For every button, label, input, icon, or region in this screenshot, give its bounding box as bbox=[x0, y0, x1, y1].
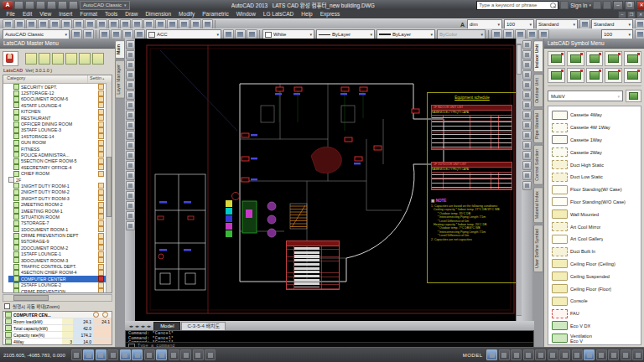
setting-run-icon[interactable] bbox=[98, 264, 104, 270]
tree-item[interactable]: 6DOCUMENT ROOM-6 bbox=[8, 96, 112, 102]
setting-run-icon[interactable] bbox=[98, 84, 104, 90]
master-home-icon[interactable] bbox=[39, 53, 50, 65]
setting-run-icon[interactable] bbox=[98, 183, 104, 189]
category-hscrollbar[interactable] bbox=[3, 294, 112, 302]
tree-item[interactable]: GUN ROOM bbox=[8, 140, 112, 146]
ellipse-icon[interactable] bbox=[126, 131, 135, 140]
zoom-button[interactable] bbox=[535, 349, 546, 360]
restore-button[interactable]: ❐ bbox=[625, 1, 635, 10]
explode-icon[interactable] bbox=[522, 181, 532, 190]
heating-radio-icon[interactable] bbox=[102, 312, 108, 318]
setting-run-icon[interactable] bbox=[98, 214, 104, 220]
setting-run-icon[interactable] bbox=[98, 189, 104, 195]
setting-run-icon[interactable] bbox=[98, 102, 104, 108]
search-room-icon[interactable] bbox=[65, 53, 77, 65]
setting-run-icon[interactable] bbox=[98, 158, 104, 164]
tree-item[interactable]: RESTAURANT bbox=[8, 115, 112, 121]
sign-in-caret-icon[interactable]: ▾ bbox=[589, 3, 592, 8]
spline-icon[interactable] bbox=[126, 121, 135, 130]
setting-run-icon[interactable] bbox=[98, 288, 104, 292]
drawing-vscrollbar[interactable] bbox=[516, 39, 522, 321]
symbol-item[interactable]: Ceiling Floor (Ceiling) bbox=[548, 258, 641, 271]
rotate-symbol-icon[interactable] bbox=[624, 51, 641, 66]
menu-item[interactable]: Tools bbox=[101, 10, 122, 18]
setting-run-icon[interactable] bbox=[98, 245, 104, 251]
polar-toggle[interactable] bbox=[120, 349, 131, 360]
osnap-toggle[interactable] bbox=[132, 349, 143, 360]
table-icon[interactable] bbox=[126, 211, 135, 220]
setting-run-icon[interactable] bbox=[98, 171, 104, 177]
ducs-toggle[interactable] bbox=[169, 349, 179, 360]
erase-icon[interactable] bbox=[522, 40, 532, 49]
symbol-item[interactable]: Art Cool Gallery bbox=[548, 233, 641, 246]
symbol-panel-tab[interactable]: Material Index bbox=[533, 187, 543, 223]
qat-open-icon[interactable] bbox=[25, 1, 34, 9]
tree-item[interactable]: OFFICER DINING ROOM bbox=[8, 121, 112, 127]
menu-item[interactable]: Express bbox=[316, 10, 343, 18]
arc-icon[interactable] bbox=[126, 90, 135, 100]
clean-screen-button[interactable] bbox=[632, 349, 643, 360]
layout-button[interactable] bbox=[486, 349, 497, 360]
3dosnap-toggle[interactable] bbox=[144, 349, 155, 360]
setting-run-icon[interactable] bbox=[98, 208, 104, 214]
tree-item[interactable]: FITNESS bbox=[8, 146, 112, 152]
tree-item[interactable]: 2STAFF LOUNGE-2 bbox=[8, 282, 112, 288]
model-tab[interactable]: Model bbox=[153, 322, 180, 330]
doc-restore-icon[interactable]: ❐ bbox=[627, 11, 636, 18]
menu-item[interactable]: File bbox=[3, 10, 18, 18]
menu-item[interactable]: Modify bbox=[175, 10, 199, 18]
tree-item[interactable]: 4STAFF LOUNGE-4 bbox=[8, 102, 112, 108]
exchange-apps-icon[interactable] bbox=[560, 1, 569, 9]
symbol-info-icon[interactable] bbox=[605, 68, 622, 83]
setting-run-icon[interactable] bbox=[98, 276, 104, 282]
symbol-item[interactable]: Ceiling Suspended bbox=[548, 270, 641, 282]
tree-item[interactable]: 2MEETING ROOM-2 bbox=[8, 201, 112, 207]
hatch-icon[interactable] bbox=[126, 181, 135, 190]
stay-connected-icon[interactable] bbox=[593, 1, 601, 9]
dyn-toggle[interactable] bbox=[180, 349, 191, 360]
setting-run-icon[interactable] bbox=[98, 133, 104, 139]
stretch-icon[interactable] bbox=[522, 121, 532, 130]
place-symbol-icon[interactable] bbox=[548, 51, 565, 66]
point-icon[interactable] bbox=[126, 171, 135, 180]
symbol-item[interactable]: Floor Standing(W/O Case) bbox=[548, 196, 641, 209]
autoscale-button[interactable] bbox=[596, 349, 607, 360]
polygon-icon[interactable] bbox=[126, 70, 135, 80]
menu-item[interactable]: Window bbox=[232, 10, 259, 18]
first-layout-icon[interactable]: ◂▸ bbox=[129, 323, 133, 328]
pan-button[interactable] bbox=[523, 349, 534, 360]
settings-icon[interactable] bbox=[92, 53, 104, 65]
layout-tab[interactable]: C-3-5-4 배치도 bbox=[181, 322, 226, 330]
symbol-item[interactable]: Cassette 2Way bbox=[548, 146, 641, 158]
tree-item[interactable]: 12STORAGE-12 bbox=[8, 90, 112, 96]
trim-icon[interactable] bbox=[522, 131, 532, 140]
setting-run-icon[interactable] bbox=[98, 140, 104, 146]
ellipse-arc-icon[interactable] bbox=[126, 141, 135, 150]
search-icon[interactable] bbox=[550, 3, 556, 8]
qat-redo-icon[interactable] bbox=[58, 1, 67, 9]
setting-run-icon[interactable] bbox=[98, 226, 104, 232]
move-symbol-icon[interactable] bbox=[567, 68, 584, 83]
tree-item[interactable]: CRIME PREVENTION... bbox=[8, 288, 112, 292]
copy-symbol-icon[interactable] bbox=[548, 68, 565, 83]
tree-item[interactable]: 1STAFF LOUNGE-1 bbox=[8, 251, 112, 257]
symbol-settings-icon[interactable] bbox=[624, 68, 641, 83]
qat-undo-icon[interactable] bbox=[47, 1, 56, 9]
symbol-item[interactable]: Art Cool Mirror bbox=[548, 220, 641, 233]
insert-block-icon[interactable] bbox=[126, 151, 135, 160]
symbol-item[interactable]: Duct High Static bbox=[548, 158, 641, 171]
application-menu-button[interactable]: A bbox=[3, 1, 13, 9]
symbol-item[interactable]: Ventilation Eco V bbox=[548, 332, 641, 344]
polyline-icon[interactable] bbox=[126, 60, 135, 70]
setting-run-icon[interactable] bbox=[98, 96, 104, 102]
menu-item[interactable]: Insert bbox=[55, 10, 76, 18]
symbol-item[interactable]: Eco V DX bbox=[548, 320, 641, 333]
quickview-layouts-button[interactable] bbox=[511, 349, 522, 360]
setting-run-icon[interactable] bbox=[98, 251, 104, 257]
tree-item[interactable]: 2NIGHT DUTY ROOM-2 bbox=[8, 189, 112, 195]
next-layout-icon[interactable]: ◂▸ bbox=[141, 323, 145, 328]
last-layout-icon[interactable]: ◂▸ bbox=[147, 323, 151, 328]
menu-item[interactable]: Draw bbox=[122, 10, 142, 18]
previous-layout-icon[interactable]: ◂▸ bbox=[135, 323, 139, 328]
qat-new-icon[interactable] bbox=[14, 1, 23, 9]
